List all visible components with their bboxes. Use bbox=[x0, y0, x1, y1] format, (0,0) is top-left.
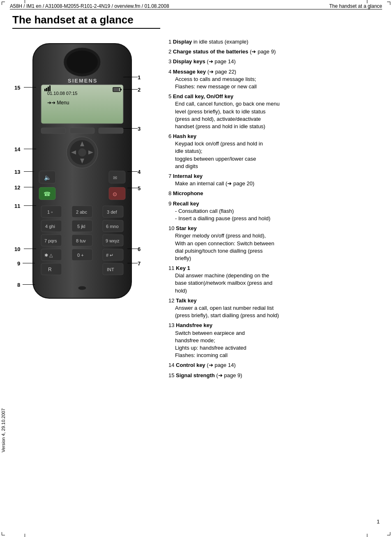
item-desc: dial pulsing/touch tone dialling (press bbox=[168, 247, 384, 255]
svg-rect-8 bbox=[48, 87, 49, 91]
num-label-8: 8 bbox=[17, 282, 20, 288]
item-number: 13 bbox=[168, 322, 176, 328]
item-bold: Display bbox=[173, 39, 192, 45]
header-left: A58H / IM1 en / A31008-M2055-R101-2-4N19… bbox=[10, 3, 169, 9]
list-item-9: 9 Recall key- Consultation call (flash)-… bbox=[168, 200, 384, 223]
item-desc: Make an internal call (➔ page 20) bbox=[168, 180, 384, 187]
svg-text:➔➔        Menu: ➔➔ Menu bbox=[47, 100, 69, 106]
item-desc: hold) bbox=[168, 287, 384, 295]
line-8 bbox=[23, 284, 35, 285]
tick-bl bbox=[25, 534, 25, 537]
item-desc: toggles between upper/lower case bbox=[168, 155, 384, 163]
svg-rect-7 bbox=[46, 88, 47, 91]
num-label-2: 2 bbox=[138, 87, 141, 93]
item-number: 2 bbox=[168, 48, 173, 55]
item-number: 5 bbox=[168, 93, 173, 99]
phone-svg: 01.10.08 07:15 ➔➔ Menu bbox=[25, 39, 140, 311]
svg-rect-14 bbox=[70, 128, 95, 134]
footer-page-number: 1 bbox=[377, 519, 380, 525]
svg-text:4 ghi: 4 ghi bbox=[45, 224, 55, 229]
svg-text:3 def: 3 def bbox=[107, 210, 117, 214]
header: A58H / IM1 en / A31008-M2055-R101-2-4N19… bbox=[0, 0, 392, 9]
item-desc: (press briefly), start dialling (press a… bbox=[168, 312, 384, 319]
svg-point-22 bbox=[78, 148, 86, 157]
list-item-1: 1 Display in idle status (example) bbox=[168, 38, 384, 46]
line-4 bbox=[127, 171, 138, 172]
svg-rect-15 bbox=[99, 128, 123, 134]
item-number: 4 bbox=[168, 69, 173, 75]
svg-rect-25 bbox=[109, 171, 125, 183]
item-desc: Flashes: incoming call bbox=[168, 352, 384, 359]
svg-rect-13 bbox=[41, 128, 66, 134]
footer-version: Version 4, 29.10.2007 bbox=[1, 408, 6, 452]
item-bold: Control key bbox=[176, 362, 205, 368]
item-desc: handset (press and hold in idle status) bbox=[168, 123, 384, 130]
item-desc: - Insert a dialling pause (press and hol… bbox=[168, 215, 384, 222]
svg-text:6 mno: 6 mno bbox=[106, 224, 119, 229]
item-number: 15 bbox=[168, 372, 176, 378]
item-bold: Display keys bbox=[173, 58, 205, 65]
svg-point-2 bbox=[67, 51, 98, 74]
list-item-10: 10 Star keyRinger melody on/off (press a… bbox=[168, 225, 384, 262]
corner-mark-bl bbox=[2, 532, 5, 535]
tick-tl bbox=[25, 0, 25, 3]
item-number: 14 bbox=[168, 362, 176, 368]
list-item-6: 6 Hash keyKeypad lock on/off (press and … bbox=[168, 133, 384, 170]
item-desc: Ringer melody on/off (press and hold), bbox=[168, 232, 384, 240]
item-inline: (➔ page 22) bbox=[206, 69, 236, 75]
num-label-9: 9 bbox=[17, 260, 20, 267]
item-inline: (➔ page 9) bbox=[215, 372, 242, 378]
svg-rect-9 bbox=[49, 85, 51, 91]
item-desc: level (press briefly), back to idle stat… bbox=[168, 108, 384, 115]
item-number: 8 bbox=[168, 190, 173, 196]
line-3 bbox=[123, 128, 138, 129]
item-desc: Keypad lock on/off (press and hold in bbox=[168, 140, 384, 148]
item-inline: (➔ page 14) bbox=[205, 58, 236, 65]
svg-point-59 bbox=[78, 286, 86, 290]
item-desc: Lights up: handsfree activated bbox=[168, 344, 384, 352]
list-item-13: 13 Handsfree keySwitch between earpiece … bbox=[168, 322, 384, 359]
list-item-3: 3 Display keys (➔ page 14) bbox=[168, 58, 384, 65]
item-number: 7 bbox=[168, 173, 173, 179]
right-column: 1 Display in idle status (example)2 Char… bbox=[168, 14, 384, 382]
svg-rect-11 bbox=[120, 89, 122, 90]
item-desc: End call, cancel function, go back one m… bbox=[168, 100, 384, 108]
num-label-4: 4 bbox=[138, 169, 141, 175]
left-column: The handset at a glance bbox=[12, 14, 160, 382]
item-desc: - Consultation call (flash) bbox=[168, 207, 384, 215]
line-11 bbox=[24, 205, 36, 206]
svg-rect-6 bbox=[44, 89, 46, 91]
svg-text:✉: ✉ bbox=[113, 175, 117, 181]
svg-text:0 +: 0 + bbox=[77, 253, 84, 258]
item-bold: Handsfree key bbox=[176, 322, 212, 328]
line-14 bbox=[24, 149, 36, 149]
svg-text:8 tuv: 8 tuv bbox=[76, 238, 86, 243]
svg-rect-29 bbox=[109, 187, 125, 200]
num-label-1: 1 bbox=[138, 74, 141, 81]
list-item-4: 4 Message key (➔ page 22)Access to calls… bbox=[168, 68, 384, 91]
num-label-11: 11 bbox=[14, 203, 20, 209]
item-desc: idle status); bbox=[168, 148, 384, 155]
line-6 bbox=[127, 249, 138, 249]
corner-mark-br bbox=[387, 532, 390, 535]
num-label-7: 7 bbox=[138, 260, 141, 267]
item-desc: Switch between earpiece and bbox=[168, 330, 384, 337]
item-number: 1 bbox=[168, 39, 173, 45]
svg-text:5 jkl: 5 jkl bbox=[77, 224, 85, 229]
svg-text:✱ △: ✱ △ bbox=[44, 253, 53, 258]
item-desc: Answer a call, open last number redial l… bbox=[168, 304, 384, 312]
svg-text:SIEMENS: SIEMENS bbox=[68, 78, 98, 84]
num-label-10: 10 bbox=[14, 246, 20, 252]
corner-mark-tl bbox=[2, 2, 5, 5]
svg-text:🔈: 🔈 bbox=[44, 174, 51, 181]
num-label-14: 14 bbox=[14, 146, 20, 152]
item-inline: (➔ page 9) bbox=[248, 48, 276, 55]
svg-rect-12 bbox=[113, 88, 119, 91]
item-desc: Access to calls and message lists; bbox=[168, 76, 384, 83]
svg-text:# ↵: # ↵ bbox=[106, 253, 113, 258]
svg-text:2 abc: 2 abc bbox=[76, 210, 87, 214]
item-bold: Internal key bbox=[173, 173, 203, 179]
num-label-5: 5 bbox=[138, 185, 141, 191]
item-number: 10 bbox=[168, 225, 176, 231]
item-desc: (press and hold), activate/deactivate bbox=[168, 115, 384, 123]
